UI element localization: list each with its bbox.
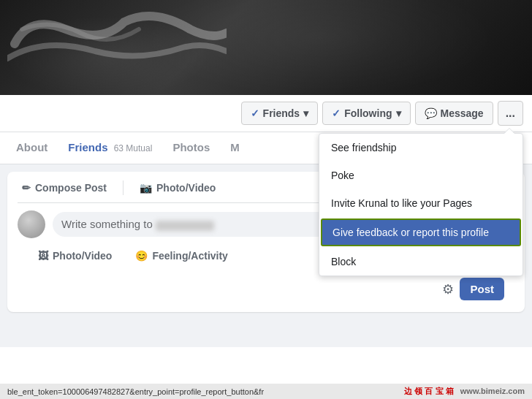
action-bar: ✓ Friends ▾ ✓ Following ▾ 💬 Message ... … (0, 95, 532, 132)
more-dots-label: ... (506, 107, 515, 120)
photo-video-post-icon: 🖼 (38, 250, 48, 262)
following-label: Following (344, 107, 392, 119)
feeling-label: Feeling/Activity (152, 250, 227, 262)
following-chevron-icon: ▾ (396, 107, 401, 119)
watermark-url: www.bimeiz.com (460, 387, 525, 395)
tab-about[interactable]: About (6, 132, 58, 164)
feeling-icon: 😊 (135, 250, 148, 262)
post-bottom-bar: ⚙ Post (18, 273, 514, 305)
compose-post-action[interactable]: ✏ Compose Post (18, 179, 111, 197)
more-button[interactable]: ... (498, 101, 523, 126)
message-button[interactable]: 💬 Message (415, 102, 493, 125)
privacy-gear-icon[interactable]: ⚙ (442, 281, 454, 297)
messenger-icon: 💬 (425, 107, 437, 119)
watermark: 边 领 百 宝 箱 www.bimeiz.com (404, 386, 525, 397)
friends-label: Friends (263, 107, 300, 119)
friends-checkmark: ✓ (251, 107, 259, 119)
photo-video-label: Photo/Video (156, 182, 216, 194)
dropdown-item-invite-pages[interactable]: Invite Krunal to like your Pages (319, 189, 522, 217)
tab-friends[interactable]: Friends 63 Mutual (58, 132, 162, 164)
compose-post-label: Compose Post (35, 182, 107, 194)
dropdown-item-give-feedback[interactable]: Give feedback or report this profile (321, 218, 521, 246)
user-avatar (18, 210, 45, 238)
friends-mutual-count: 63 Mutual (114, 143, 153, 153)
friends-button[interactable]: ✓ Friends ▾ (241, 102, 319, 125)
photo-video-post-label: Photo/Video (53, 250, 112, 262)
photo-video-action[interactable]: 📷 Photo/Video (135, 179, 220, 197)
compose-placeholder-text: Write something to (61, 218, 153, 230)
tab-photos[interactable]: Photos (162, 132, 220, 164)
friends-chevron-icon: ▾ (303, 107, 308, 119)
photo-video-post-btn[interactable]: 🖼 Photo/Video (28, 245, 122, 267)
message-label: Message (441, 107, 484, 119)
feeling-activity-btn[interactable]: 😊 Feeling/Activity (125, 245, 238, 267)
status-bar: ble_ent_token=100006497482827&entry_poin… (0, 384, 532, 399)
dropdown-item-poke[interactable]: Poke (319, 162, 522, 189)
camera-icon: 📷 (140, 182, 152, 194)
following-checkmark: ✓ (332, 107, 341, 119)
dropdown-item-see-friendship[interactable]: See friendship (319, 134, 522, 162)
brush-stroke-decoration (7, 7, 227, 80)
compose-pencil-icon: ✏ (22, 182, 31, 194)
compose-divider (123, 180, 123, 195)
compose-name-blurred (156, 221, 214, 231)
post-button[interactable]: Post (460, 278, 504, 300)
cover-photo (0, 0, 532, 95)
following-button[interactable]: ✓ Following ▾ (322, 102, 410, 125)
dropdown-item-block[interactable]: Block (319, 248, 522, 276)
watermark-zh: 边 领 百 宝 箱 (404, 387, 453, 395)
dropdown-menu: See friendship Poke Invite Krunal to lik… (319, 133, 523, 276)
status-url: ble_ent_token=100006497482827&entry_poin… (7, 387, 264, 396)
avatar-image (18, 210, 45, 238)
tab-more[interactable]: M (220, 132, 250, 164)
